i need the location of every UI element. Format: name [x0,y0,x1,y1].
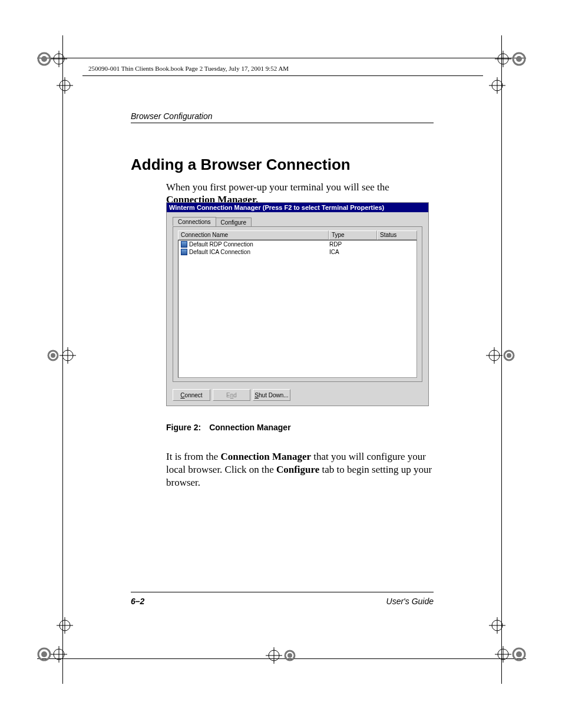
list-header: Connection Name Type Status [178,230,417,240]
registration-mark-icon [56,617,74,634]
connection-name: Default RDP Connection [189,241,253,248]
col-type[interactable]: Type [329,230,377,240]
connection-type: ICA [329,249,378,255]
registration-mark-icon [47,347,77,364]
tab-strip: Connections Configure [173,217,251,226]
registration-mark-icon [32,637,68,672]
section-heading: Adding a Browser Connection [131,156,351,174]
running-head: Browser Configuration [131,111,213,121]
svg-point-35 [507,353,511,358]
window-titlebar: Winterm Connection Manager (Press F2 to … [167,203,428,212]
registration-mark-icon [485,347,515,364]
figure-title: Connection Manager [209,423,290,432]
svg-point-1 [41,56,47,62]
connection-manager-window: Winterm Connection Manager (Press F2 to … [166,202,429,406]
registration-mark-icon [494,637,530,672]
svg-point-19 [516,651,522,657]
intro-text: When you first power-up your terminal yo… [166,182,389,193]
guide-label: User's Guide [386,597,434,606]
bold-text: Configure [276,464,319,475]
figure-label: Figure 2: [166,423,201,432]
connection-icon [181,249,187,255]
end-button: End [213,389,250,401]
connect-button[interactable]: Connect [173,389,210,401]
connection-list[interactable]: Default RDP Connection RDP Default ICA C… [178,240,417,378]
figure-caption: Figure 2:Connection Manager [166,423,291,432]
list-item[interactable]: Default RDP Connection RDP [178,241,416,248]
list-item[interactable]: Default ICA Connection ICA [178,248,416,256]
crop-line-top [37,58,526,58]
svg-point-46 [287,653,292,658]
running-head-rule [131,123,434,123]
registration-mark-icon [56,77,74,94]
col-status[interactable]: Status [377,230,417,240]
svg-point-9 [516,56,522,62]
text: It is from the [166,451,221,462]
svg-point-11 [41,651,47,657]
tab-panel: Connection Name Type Status Default RDP … [173,226,422,382]
doc-info-rule [82,75,483,76]
col-connection-name[interactable]: Connection Name [178,230,329,240]
registration-mark-icon [488,77,506,94]
connection-name: Default ICA Connection [189,249,250,255]
connection-icon [181,241,187,248]
doc-info-line: 250090-001 Thin Clients Book.book Page 2… [88,65,289,72]
registration-mark-icon [265,644,300,667]
tab-configure[interactable]: Configure [216,218,252,226]
connection-status [378,249,416,255]
connection-type: RDP [329,241,378,248]
window-button-bar: Connect End Shut Down... [173,389,290,401]
svg-point-27 [51,353,55,358]
connection-status [378,241,416,248]
footer-rule [131,592,434,592]
registration-mark-icon [488,617,506,634]
page-number: 6–2 [131,597,144,606]
tab-connections[interactable]: Connections [173,217,216,226]
registration-mark-icon [494,41,530,77]
registration-mark-icon [32,41,68,77]
body-paragraph: It is from the Connection Manager that y… [166,450,434,489]
shutdown-button[interactable]: Shut Down... [253,389,290,401]
bold-text: Connection Manager [221,451,311,462]
